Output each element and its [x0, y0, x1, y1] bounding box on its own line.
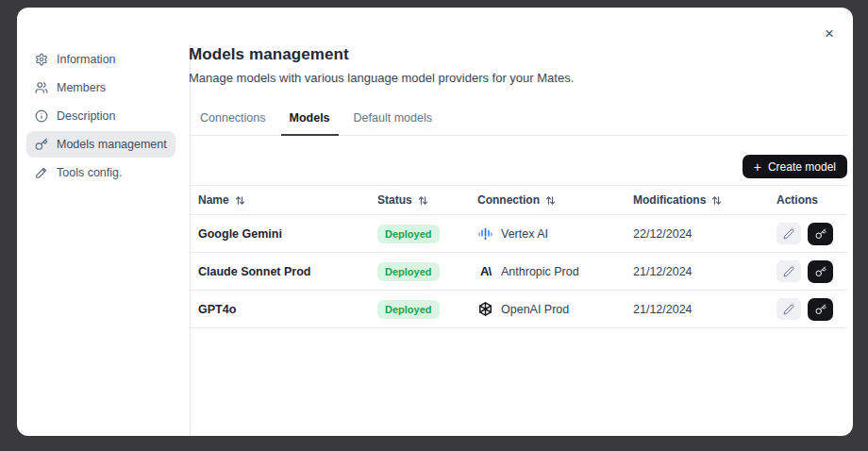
tab-models[interactable]: Models — [281, 111, 339, 136]
plus-icon: + — [754, 160, 761, 174]
modification-date: 21/12/2024 — [633, 265, 776, 278]
modification-date: 21/12/2024 — [633, 303, 776, 316]
models-table: Name Status Connection — [189, 185, 847, 328]
table-row: GPT4o Deployed OpenAI Prod 21/12/2024 — [189, 291, 847, 328]
info-icon — [35, 109, 48, 123]
sidebar-item-label: Information — [57, 53, 116, 66]
tab-default-models[interactable]: Default models — [345, 111, 441, 136]
create-model-label: Create model — [768, 160, 836, 174]
sidebar-item-tools-config[interactable]: Tools config. — [26, 159, 175, 186]
gear-icon — [35, 53, 48, 66]
connection-name: OpenAI Prod — [501, 303, 569, 316]
status-badge: Deployed — [377, 225, 440, 243]
sidebar-item-label: Members — [57, 81, 106, 94]
tool-icon — [35, 166, 48, 179]
column-header-status[interactable]: Status — [377, 193, 477, 207]
model-name: Claude Sonnet Prod — [198, 265, 377, 278]
models-management-modal: × Information Members Description Models… — [17, 8, 853, 436]
vertex-ai-icon — [477, 226, 493, 242]
sidebar-item-label: Models management — [57, 138, 167, 151]
sort-icon[interactable] — [417, 194, 429, 207]
column-header-modifications[interactable]: Modifications — [633, 193, 776, 207]
sort-icon[interactable] — [544, 194, 557, 207]
key-button[interactable] — [808, 298, 833, 321]
key-icon — [35, 138, 48, 151]
anthropic-icon: A\ — [477, 263, 493, 279]
column-header-actions: Actions — [776, 193, 847, 207]
create-model-button[interactable]: + Create model — [743, 155, 847, 178]
pencil-icon — [783, 304, 794, 315]
key-icon — [815, 228, 826, 240]
toolbar: + Create model — [189, 155, 847, 178]
tab-bar: Connections Models Default models — [189, 111, 847, 136]
pencil-icon — [783, 228, 794, 240]
sidebar-item-members[interactable]: Members — [26, 75, 175, 101]
table-row: Google Gemini Deployed — [189, 215, 847, 253]
sidebar-item-description[interactable]: Description — [26, 103, 175, 129]
page-title: Models management — [189, 45, 847, 64]
key-button[interactable] — [808, 260, 833, 283]
sidebar-item-label: Description — [57, 109, 116, 123]
sidebar: Information Members Description Models m… — [26, 46, 175, 188]
connection-name: Vertex AI — [501, 227, 548, 241]
table-row: Claude Sonnet Prod Deployed A\ Anthropic… — [189, 253, 847, 291]
sidebar-item-information[interactable]: Information — [26, 46, 175, 73]
edit-button[interactable] — [776, 260, 801, 282]
page-subtitle: Manage models with various language mode… — [189, 71, 847, 85]
column-header-connection[interactable]: Connection — [477, 193, 633, 207]
tab-connections[interactable]: Connections — [192, 111, 275, 136]
sidebar-item-label: Tools config. — [57, 166, 122, 179]
sort-icon[interactable] — [234, 194, 246, 207]
sort-icon[interactable] — [710, 194, 723, 207]
edit-button[interactable] — [776, 298, 801, 320]
key-icon — [815, 304, 826, 315]
connection-name: Anthropic Prod — [501, 265, 579, 278]
edit-button[interactable] — [776, 223, 801, 244]
main-panel: Models management Manage models with var… — [174, 8, 847, 436]
model-name: Google Gemini — [198, 227, 377, 241]
key-button[interactable] — [808, 223, 833, 245]
status-badge: Deployed — [377, 300, 440, 319]
table-header-row: Name Status Connection — [189, 186, 847, 215]
key-icon — [815, 266, 826, 277]
sidebar-item-models-management[interactable]: Models management — [26, 131, 175, 158]
openai-icon — [477, 301, 493, 317]
status-badge: Deployed — [377, 262, 440, 281]
column-header-name[interactable]: Name — [198, 193, 377, 207]
users-icon — [35, 81, 48, 94]
modification-date: 22/12/2024 — [633, 227, 776, 241]
model-name: GPT4o — [198, 303, 377, 316]
pencil-icon — [783, 266, 794, 277]
